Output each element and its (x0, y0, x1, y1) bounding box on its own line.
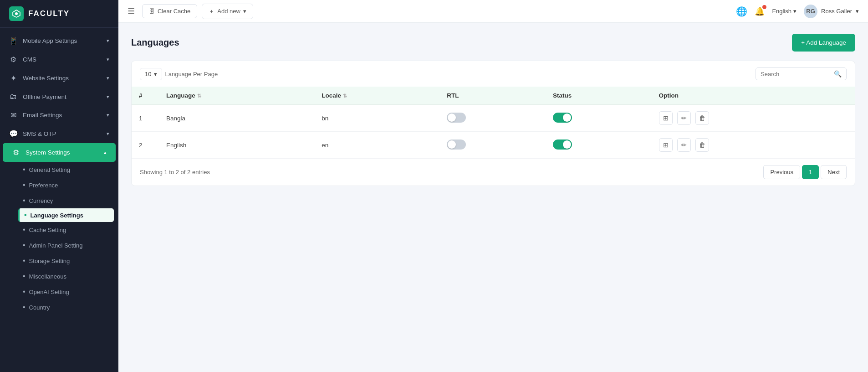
translate-icon: ⊞ (663, 114, 669, 122)
sidebar-item-cache-setting[interactable]: • Cache Setting (23, 222, 118, 238)
edit-button[interactable]: ✏ (677, 138, 691, 152)
sub-item-label: Preference (29, 182, 58, 189)
logo-icon (9, 6, 24, 21)
row-id: 2 (132, 132, 159, 159)
sidebar-item-openai-setting[interactable]: • OpenAI Setting (23, 284, 118, 300)
toggle-thumb (448, 140, 456, 149)
action-buttons: ⊞ ✏ 🗑 (659, 138, 848, 152)
col-locale: Locale ⇅ (314, 87, 439, 105)
sidebar: FACULTY 📱 Mobile App Settings ▾ ⚙ CMS ▾ … (0, 0, 118, 372)
search-input[interactable] (761, 71, 831, 78)
add-new-label: Add new (217, 8, 240, 15)
toggle-thumb (448, 114, 456, 122)
rtl-toggle-2[interactable] (447, 140, 466, 150)
previous-button[interactable]: Previous (763, 165, 800, 179)
page-title: Languages (131, 37, 179, 48)
sidebar-item-storage-setting[interactable]: • Storage Setting (23, 253, 118, 269)
settings-icon: ⚙ (12, 148, 20, 157)
row-language: Bangla (159, 105, 314, 132)
sidebar-item-email-settings[interactable]: ✉ Email Settings ▾ (0, 106, 118, 124)
toggle-track (553, 113, 572, 123)
sidebar-item-country[interactable]: • Country (23, 300, 118, 315)
row-options: ⊞ ✏ 🗑 (652, 105, 855, 132)
sidebar-item-offline-payment[interactable]: 🗂 Offline Payment ▾ (0, 88, 118, 106)
row-locale: en (314, 132, 439, 159)
sub-item-label: OpenAI Setting (29, 289, 69, 295)
sidebar-item-cms[interactable]: ⚙ CMS ▾ (0, 50, 118, 69)
sidebar-item-website-settings[interactable]: ✦ Website Settings ▾ (0, 69, 118, 88)
bullet-icon: • (23, 226, 26, 234)
sidebar-item-label: System Settings (26, 149, 70, 156)
sort-icon-locale[interactable]: ⇅ (343, 93, 347, 98)
sidebar-item-miscellaneous[interactable]: • Miscellaneous (23, 269, 118, 284)
sidebar-item-admin-panel-setting[interactable]: • Admin Panel Setting (23, 238, 118, 253)
sidebar-item-preference[interactable]: • Preference (23, 177, 118, 193)
rtl-toggle-1[interactable] (447, 113, 466, 123)
chevron-up-icon: ▴ (104, 150, 107, 155)
toggle-track (447, 140, 466, 150)
main-area: ☰ 🗄 Clear Cache ＋ Add new ▾ 🌐 🔔 English … (118, 0, 868, 372)
status-toggle-1[interactable] (553, 113, 572, 123)
toggle-track (447, 113, 466, 123)
edit-icon: ✏ (681, 141, 687, 149)
language-selector[interactable]: English ▾ (772, 8, 797, 15)
delete-button[interactable]: 🗑 (695, 111, 709, 125)
per-page-label: Language Per Page (165, 71, 218, 78)
per-page-dropdown[interactable]: 10 ▾ (140, 68, 162, 80)
col-hash: # (132, 87, 159, 105)
page-header: Languages + Add Language (131, 34, 855, 52)
user-menu[interactable]: RG Ross Galler ▾ (804, 5, 859, 18)
clear-cache-button[interactable]: 🗄 Clear Cache (142, 4, 197, 18)
globe-icon[interactable]: 🌐 (736, 6, 747, 17)
per-page-chevron-icon: ▾ (154, 71, 157, 78)
per-page-value: 10 (145, 71, 151, 78)
user-name: Ross Galler (821, 8, 852, 15)
sidebar-item-general-setting[interactable]: • General Setting (23, 162, 118, 177)
sidebar-item-language-settings[interactable]: • Language Settings (18, 208, 114, 222)
sidebar-item-mobile-app[interactable]: 📱 Mobile App Settings ▾ (0, 31, 118, 50)
lang-chevron-icon: ▾ (793, 8, 797, 15)
toggle-thumb (563, 140, 571, 149)
col-status: Status (546, 87, 652, 105)
hamburger-icon[interactable]: ☰ (128, 6, 135, 16)
svg-point-1 (15, 12, 18, 15)
sub-item-label: Admin Panel Setting (29, 242, 83, 249)
col-rtl: RTL (439, 87, 546, 105)
delete-button[interactable]: 🗑 (695, 138, 709, 152)
row-rtl (439, 105, 546, 132)
sub-item-label: Language Settings (31, 212, 83, 219)
page-1-button[interactable]: 1 (802, 165, 819, 179)
sidebar-item-system-settings[interactable]: ⚙ System Settings ▴ (3, 143, 116, 162)
plus-icon: ＋ (209, 7, 214, 16)
bullet-icon: • (23, 165, 26, 174)
row-status (546, 105, 652, 132)
notification-bell[interactable]: 🔔 (755, 6, 765, 16)
status-toggle-2[interactable] (553, 140, 572, 150)
sort-icon-language[interactable]: ⇅ (197, 93, 201, 98)
sidebar-item-label: SMS & OTP (23, 130, 56, 137)
row-locale: bn (314, 105, 439, 132)
sidebar-item-label: Mobile App Settings (23, 37, 77, 44)
translate-icon: ⊞ (663, 141, 669, 149)
row-id: 1 (132, 105, 159, 132)
add-language-button[interactable]: + Add Language (792, 34, 855, 52)
sub-item-label: Currency (29, 197, 53, 204)
col-language: Language ⇅ (159, 87, 314, 105)
bullet-icon: • (24, 211, 27, 219)
sms-icon: 💬 (9, 129, 17, 138)
entries-info: Showing 1 to 2 of 2 entries (140, 169, 210, 176)
sidebar-item-label: Offline Payment (23, 93, 66, 100)
logo-text: FACULTY (28, 9, 70, 18)
translate-button[interactable]: ⊞ (659, 111, 673, 125)
sidebar-item-sms-otp[interactable]: 💬 SMS & OTP ▾ (0, 124, 118, 143)
add-new-button[interactable]: ＋ Add new ▾ (202, 4, 253, 19)
chevron-icon: ▾ (107, 75, 109, 81)
translate-button[interactable]: ⊞ (659, 138, 673, 152)
search-icon: 🔍 (834, 70, 842, 78)
sidebar-item-currency[interactable]: • Currency (23, 193, 118, 208)
content-area: Languages + Add Language 10 ▾ Language P… (118, 23, 868, 372)
trash-icon: 🗑 (699, 141, 705, 149)
edit-icon: ✏ (681, 114, 687, 122)
next-button[interactable]: Next (821, 165, 847, 179)
edit-button[interactable]: ✏ (677, 111, 691, 125)
